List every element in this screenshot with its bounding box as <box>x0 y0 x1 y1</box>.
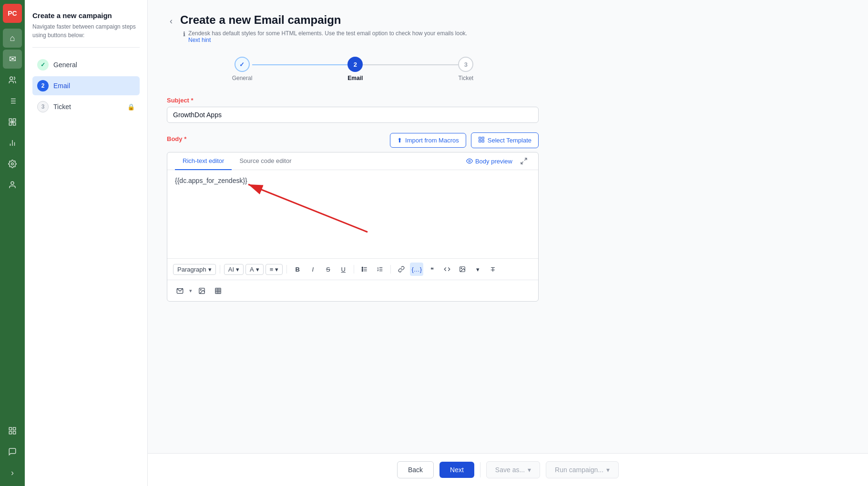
next-hint-link[interactable]: Next hint <box>188 37 211 43</box>
code-btn[interactable] <box>440 263 454 276</box>
info-banner: ℹ Zendesk has default styles for some HT… <box>183 30 849 43</box>
body-label: Body * <box>167 135 186 142</box>
editor-body[interactable]: {{dc.apps_for_zendesk}} <box>167 170 538 258</box>
form-section: Subject * Body * ⬆ Import from Macros <box>167 97 539 302</box>
panel-divider <box>32 47 140 48</box>
svg-rect-9 <box>9 123 11 125</box>
bottom-bar: Back Next Save as... ▾ Run campaign... ▾ <box>148 453 868 486</box>
sidebar-item-settings[interactable] <box>3 154 22 173</box>
sidebar-item-users[interactable] <box>3 71 22 90</box>
svg-rect-24 <box>479 140 480 142</box>
next-button[interactable]: Next <box>439 462 474 478</box>
select-template-btn[interactable]: Select Template <box>471 132 539 148</box>
font-select[interactable]: A ▾ <box>245 264 264 275</box>
svg-rect-18 <box>9 427 11 430</box>
more-btn[interactable]: ▾ <box>471 263 484 276</box>
ai-select[interactable]: AI ▾ <box>224 264 244 275</box>
save-chevron-icon: ▾ <box>528 466 531 474</box>
table-btn[interactable] <box>211 284 225 297</box>
subject-input[interactable] <box>167 107 539 123</box>
sidebar-item-list[interactable] <box>3 91 22 111</box>
sidebar-item-chart[interactable] <box>3 133 22 152</box>
separator-4 <box>390 265 391 273</box>
sidebar-item-chat[interactable] <box>3 442 22 461</box>
back-button[interactable]: Back <box>397 461 434 478</box>
svg-rect-22 <box>479 137 480 139</box>
stepper-step-general: ✓ General <box>232 57 253 81</box>
editor-toolbar2: ▾ <box>167 280 538 301</box>
svg-rect-21 <box>13 432 16 434</box>
svg-point-17 <box>11 182 14 184</box>
body-preview-btn[interactable]: Body preview <box>461 155 517 168</box>
email-btn[interactable] <box>173 284 186 297</box>
panel-title: Create a new campaign <box>32 11 140 20</box>
import-macros-btn[interactable]: ⬆ Import from Macros <box>390 133 466 148</box>
left-panel: Create a new campaign Navigate faster be… <box>25 0 148 486</box>
italic-btn[interactable]: I <box>306 263 319 276</box>
lock-icon: 🔒 <box>127 103 135 111</box>
save-as-button: Save as... ▾ <box>486 461 540 478</box>
align-chevron-icon: ▾ <box>275 266 278 273</box>
editor-container: Rich-text editor Source code editor Body… <box>167 152 539 302</box>
svg-rect-8 <box>13 119 16 121</box>
numbered-list-btn[interactable] <box>373 263 387 276</box>
ai-chevron-icon: ▾ <box>236 266 239 273</box>
separator-2 <box>286 265 287 273</box>
tab-rich-text[interactable]: Rich-text editor <box>175 152 232 170</box>
stepper-line-1 <box>252 64 347 65</box>
bullet-list-btn[interactable] <box>358 263 371 276</box>
bottom-divider <box>480 462 480 477</box>
import-icon: ⬆ <box>397 137 402 144</box>
stepper-line-2 <box>363 64 458 65</box>
image-insert-btn[interactable] <box>456 263 469 276</box>
stepper-label-3: Ticket <box>459 75 474 81</box>
separator-3 <box>354 265 354 273</box>
sidebar-item-grid[interactable] <box>3 421 22 440</box>
sidebar-item-mail[interactable]: ✉ <box>3 50 22 69</box>
svg-point-42 <box>200 289 201 290</box>
tab-source-code[interactable]: Source code editor <box>232 152 299 170</box>
font-chevron-icon: ▾ <box>256 266 259 273</box>
email-chevron-icon[interactable]: ▾ <box>189 288 192 294</box>
stepper-step-ticket: 3 Ticket <box>458 57 473 81</box>
step-general[interactable]: ✓ General <box>32 55 140 74</box>
quote-btn[interactable]: ❝ <box>425 263 439 276</box>
sidebar-item-add[interactable] <box>3 112 22 132</box>
svg-point-0 <box>10 77 13 80</box>
stepper-label-2: Email <box>347 75 363 81</box>
underline-btn[interactable]: U <box>337 263 350 276</box>
panel-description: Navigate faster between campaign steps u… <box>32 22 140 40</box>
svg-point-33 <box>362 269 363 270</box>
stepper: ✓ General 2 Email 3 Ticket <box>167 57 539 81</box>
sidebar-expand-icon[interactable]: › <box>3 463 22 482</box>
variable-btn[interactable]: {…} <box>410 263 423 276</box>
strike-btn[interactable]: S <box>321 263 335 276</box>
step-ticket[interactable]: 3 Ticket 🔒 <box>32 97 140 116</box>
step-email[interactable]: 2 Email <box>32 76 140 95</box>
run-campaign-button: Run campaign... ▾ <box>546 461 619 478</box>
svg-rect-20 <box>9 432 11 434</box>
step-num-1: ✓ <box>37 59 49 71</box>
svg-point-34 <box>362 270 363 271</box>
editor-content: {{dc.apps_for_zendesk}} <box>175 177 247 184</box>
paragraph-select[interactable]: Paragraph ▾ <box>173 264 216 275</box>
svg-rect-10 <box>13 123 16 125</box>
app-logo: PC <box>3 4 22 23</box>
back-arrow-btn[interactable]: ‹ <box>167 15 175 27</box>
stepper-label-1: General <box>232 75 253 81</box>
svg-point-39 <box>461 268 462 269</box>
editor-toolbar: Paragraph ▾ AI ▾ A ▾ ≡ <box>167 258 538 280</box>
stepper-circle-2: 2 <box>347 57 363 72</box>
sidebar-item-home[interactable]: ⌂ <box>3 29 22 48</box>
link-btn[interactable] <box>395 263 408 276</box>
bold-btn[interactable]: B <box>291 263 304 276</box>
svg-point-32 <box>362 267 363 268</box>
expand-icon[interactable] <box>517 154 531 168</box>
step-num-3: 3 <box>37 101 49 112</box>
clear-format-btn[interactable]: T̶ <box>486 263 500 276</box>
svg-point-16 <box>11 163 14 165</box>
step-label-3: Ticket <box>53 103 71 111</box>
sidebar-item-person[interactable] <box>3 175 22 194</box>
align-select[interactable]: ≡ ▾ <box>266 264 283 275</box>
image-btn[interactable] <box>195 284 208 297</box>
